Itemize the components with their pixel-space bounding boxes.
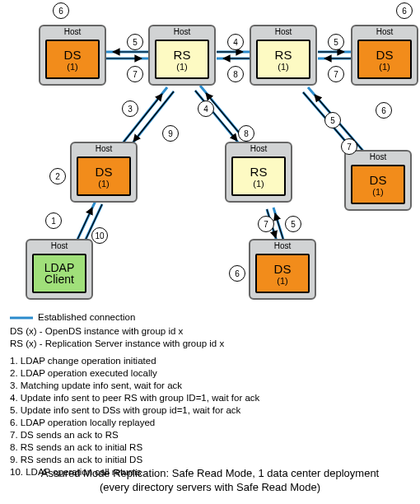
- rs-node: RS (1): [231, 156, 286, 196]
- step-circle-10: 10: [91, 227, 108, 244]
- host-ds-mid-left: Host DS (1): [70, 142, 138, 203]
- rs-node: RS (1): [155, 40, 209, 79]
- step-circle-6: 6: [376, 102, 392, 119]
- ds-node: DS (1): [351, 165, 405, 204]
- legend-connection: Established connection: [10, 311, 410, 324]
- step-circle-8: 8: [227, 66, 244, 82]
- step-circle-1: 1: [45, 212, 62, 229]
- ds-node: DS (1): [77, 156, 131, 196]
- svg-line-15: [273, 208, 284, 242]
- step-circle-6: 6: [53, 2, 69, 19]
- step-circle-5: 5: [328, 34, 344, 50]
- step-circle-6: 6: [396, 2, 413, 19]
- host-ldap-client: Host LDAP Client: [26, 239, 93, 300]
- step-circle-6: 6: [229, 265, 245, 282]
- step-circle-5: 5: [324, 112, 341, 128]
- step-circle-8: 8: [238, 125, 254, 142]
- step-circle-2: 2: [49, 168, 66, 184]
- legend-rs: RS (x) - Replication Server instance wit…: [10, 338, 410, 350]
- legend-ds: DS (x) - OpenDS instance with group id x: [10, 325, 410, 338]
- host-label: Host: [40, 26, 105, 38]
- host-ds-top-right: Host DS (1): [351, 25, 418, 86]
- step-circle-3: 3: [122, 100, 138, 117]
- ds-node: DS (1): [45, 40, 100, 79]
- ds-node: DS (1): [255, 254, 310, 293]
- host-label: Host: [226, 143, 291, 155]
- svg-line-10: [195, 91, 243, 148]
- step-circle-5: 5: [127, 34, 143, 50]
- step-circle-4: 4: [227, 34, 244, 50]
- step-circle-7: 7: [258, 216, 274, 232]
- host-rs-top-right: Host RS (1): [250, 25, 317, 86]
- step-circle-4: 4: [198, 100, 214, 117]
- host-label: Host: [346, 152, 410, 163]
- host-label: Host: [27, 240, 91, 252]
- step-circle-5: 5: [285, 216, 301, 232]
- host-label: Host: [250, 240, 315, 252]
- legend-steps: 1. LDAP change operation initiated 2. LD…: [10, 355, 410, 478]
- diagram-caption: Assured Mode Replication: Safe Read Mode…: [0, 466, 420, 494]
- host-label: Host: [150, 26, 214, 38]
- legend: Established connection DS (x) - OpenDS i…: [10, 311, 410, 478]
- host-rs-top-left: Host RS (1): [148, 25, 216, 86]
- step-circle-9: 9: [162, 125, 179, 142]
- host-label: Host: [352, 26, 417, 38]
- host-ds-top-left: Host DS (1): [39, 25, 106, 86]
- host-ds-bottom: Host DS (1): [249, 239, 316, 300]
- host-label: Host: [72, 143, 136, 155]
- step-circle-7: 7: [328, 66, 344, 82]
- rs-node: RS (1): [256, 40, 310, 79]
- host-rs-mid: Host RS (1): [225, 142, 292, 203]
- ldap-client-node: LDAP Client: [32, 254, 86, 293]
- step-circle-7: 7: [341, 138, 357, 155]
- host-ds-right: Host DS (1): [344, 150, 412, 211]
- ds-node: DS (1): [357, 40, 412, 79]
- svg-line-31: [275, 213, 284, 242]
- host-label: Host: [251, 26, 315, 38]
- step-circle-7: 7: [127, 66, 143, 82]
